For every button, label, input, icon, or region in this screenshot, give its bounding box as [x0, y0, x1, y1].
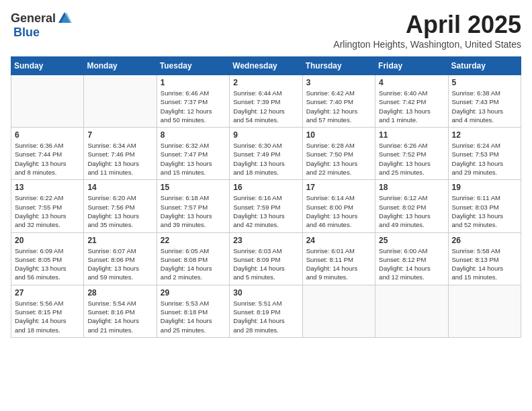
- calendar-cell: 11Sunrise: 6:26 AM Sunset: 7:52 PM Dayli…: [375, 128, 448, 180]
- day-info: Sunrise: 6:09 AM Sunset: 8:05 PM Dayligh…: [15, 246, 80, 282]
- day-number: 28: [87, 288, 152, 298]
- logo-icon: [57, 11, 72, 26]
- title-section: April 2025 Arlington Heights, Washington…: [333, 11, 521, 50]
- day-info: Sunrise: 6:28 AM Sunset: 7:50 PM Dayligh…: [306, 141, 371, 177]
- weekday-header-friday: Friday: [375, 57, 448, 75]
- calendar-cell: 6Sunrise: 6:36 AM Sunset: 7:44 PM Daylig…: [11, 128, 84, 180]
- day-info: Sunrise: 6:18 AM Sunset: 7:57 PM Dayligh…: [161, 193, 226, 229]
- calendar-header-row: SundayMondayTuesdayWednesdayThursdayFrid…: [11, 57, 521, 75]
- calendar-cell: [375, 285, 448, 337]
- calendar-cell: 4Sunrise: 6:40 AM Sunset: 7:42 PM Daylig…: [375, 75, 448, 128]
- day-info: Sunrise: 6:14 AM Sunset: 8:00 PM Dayligh…: [306, 193, 371, 229]
- calendar-week-row: 13Sunrise: 6:22 AM Sunset: 7:55 PM Dayli…: [11, 180, 521, 232]
- calendar-cell: 30Sunrise: 5:51 AM Sunset: 8:19 PM Dayli…: [230, 285, 302, 337]
- day-info: Sunrise: 6:12 AM Sunset: 8:02 PM Dayligh…: [379, 193, 444, 229]
- calendar-cell: 16Sunrise: 6:16 AM Sunset: 7:59 PM Dayli…: [230, 180, 302, 232]
- day-number: 12: [452, 130, 517, 140]
- logo: General Blue: [11, 11, 72, 40]
- day-number: 18: [379, 183, 444, 192]
- calendar-cell: 19Sunrise: 6:11 AM Sunset: 8:03 PM Dayli…: [448, 180, 521, 232]
- day-number: 3: [306, 78, 371, 87]
- calendar-cell: 2Sunrise: 6:44 AM Sunset: 7:39 PM Daylig…: [230, 75, 302, 128]
- day-number: 1: [161, 78, 226, 87]
- calendar-cell: 22Sunrise: 6:05 AM Sunset: 8:08 PM Dayli…: [157, 232, 229, 285]
- calendar-cell: 12Sunrise: 6:24 AM Sunset: 7:53 PM Dayli…: [448, 128, 521, 180]
- day-number: 16: [233, 183, 298, 192]
- day-number: 2: [233, 78, 298, 87]
- day-number: 11: [379, 130, 444, 140]
- calendar-cell: 3Sunrise: 6:42 AM Sunset: 7:40 PM Daylig…: [302, 75, 375, 128]
- day-info: Sunrise: 5:56 AM Sunset: 8:15 PM Dayligh…: [15, 299, 80, 334]
- day-number: 5: [452, 78, 517, 87]
- logo-general-text: General: [11, 11, 56, 26]
- day-info: Sunrise: 5:51 AM Sunset: 8:19 PM Dayligh…: [233, 299, 298, 334]
- day-info: Sunrise: 6:03 AM Sunset: 8:09 PM Dayligh…: [233, 246, 298, 282]
- calendar-cell: 13Sunrise: 6:22 AM Sunset: 7:55 PM Dayli…: [11, 180, 84, 232]
- day-number: 29: [161, 288, 226, 298]
- day-info: Sunrise: 6:07 AM Sunset: 8:06 PM Dayligh…: [87, 246, 152, 282]
- day-number: 13: [15, 183, 80, 192]
- day-number: 19: [452, 183, 517, 192]
- calendar-cell: 14Sunrise: 6:20 AM Sunset: 7:56 PM Dayli…: [84, 180, 157, 232]
- weekday-header-wednesday: Wednesday: [230, 57, 302, 75]
- day-info: Sunrise: 6:01 AM Sunset: 8:11 PM Dayligh…: [306, 246, 371, 282]
- location-title: Arlington Heights, Washington, United St…: [333, 39, 521, 50]
- day-number: 14: [87, 183, 152, 192]
- day-number: 10: [306, 130, 371, 140]
- day-number: 21: [87, 236, 152, 245]
- day-info: Sunrise: 6:32 AM Sunset: 7:47 PM Dayligh…: [161, 141, 226, 177]
- day-number: 9: [233, 130, 298, 140]
- day-info: Sunrise: 6:40 AM Sunset: 7:42 PM Dayligh…: [379, 89, 444, 124]
- weekday-header-sunday: Sunday: [11, 57, 84, 75]
- calendar-cell: [448, 285, 521, 337]
- day-info: Sunrise: 6:05 AM Sunset: 8:08 PM Dayligh…: [161, 246, 226, 282]
- day-info: Sunrise: 6:36 AM Sunset: 7:44 PM Dayligh…: [15, 141, 80, 177]
- calendar-cell: 17Sunrise: 6:14 AM Sunset: 8:00 PM Dayli…: [302, 180, 375, 232]
- calendar-cell: 8Sunrise: 6:32 AM Sunset: 7:47 PM Daylig…: [157, 128, 229, 180]
- calendar-week-row: 27Sunrise: 5:56 AM Sunset: 8:15 PM Dayli…: [11, 285, 521, 337]
- calendar-cell: 23Sunrise: 6:03 AM Sunset: 8:09 PM Dayli…: [230, 232, 302, 285]
- calendar-cell: 15Sunrise: 6:18 AM Sunset: 7:57 PM Dayli…: [157, 180, 229, 232]
- day-info: Sunrise: 5:53 AM Sunset: 8:18 PM Dayligh…: [161, 299, 226, 334]
- calendar-cell: 9Sunrise: 6:30 AM Sunset: 7:49 PM Daylig…: [230, 128, 302, 180]
- calendar-week-row: 20Sunrise: 6:09 AM Sunset: 8:05 PM Dayli…: [11, 232, 521, 285]
- day-number: 24: [306, 236, 371, 245]
- day-number: 8: [161, 130, 226, 140]
- calendar-cell: 18Sunrise: 6:12 AM Sunset: 8:02 PM Dayli…: [375, 180, 448, 232]
- day-info: Sunrise: 6:20 AM Sunset: 7:56 PM Dayligh…: [87, 193, 152, 229]
- day-number: 25: [379, 236, 444, 245]
- day-number: 20: [15, 236, 80, 245]
- day-number: 26: [452, 236, 517, 245]
- calendar-cell: 28Sunrise: 5:54 AM Sunset: 8:16 PM Dayli…: [84, 285, 157, 337]
- day-info: Sunrise: 6:42 AM Sunset: 7:40 PM Dayligh…: [306, 89, 371, 124]
- calendar-cell: 7Sunrise: 6:34 AM Sunset: 7:46 PM Daylig…: [84, 128, 157, 180]
- calendar-cell: [84, 75, 157, 128]
- calendar-cell: 21Sunrise: 6:07 AM Sunset: 8:06 PM Dayli…: [84, 232, 157, 285]
- day-info: Sunrise: 6:22 AM Sunset: 7:55 PM Dayligh…: [15, 193, 80, 229]
- calendar-cell: 26Sunrise: 5:58 AM Sunset: 8:13 PM Dayli…: [448, 232, 521, 285]
- weekday-header-saturday: Saturday: [448, 57, 521, 75]
- month-title: April 2025: [333, 11, 521, 39]
- page-header: General Blue April 2025 Arlington Height…: [11, 11, 521, 50]
- calendar-cell: 5Sunrise: 6:38 AM Sunset: 7:43 PM Daylig…: [448, 75, 521, 128]
- day-info: Sunrise: 6:46 AM Sunset: 7:37 PM Dayligh…: [161, 89, 226, 124]
- calendar-cell: [11, 75, 84, 128]
- calendar-cell: 25Sunrise: 6:00 AM Sunset: 8:12 PM Dayli…: [375, 232, 448, 285]
- calendar-cell: 1Sunrise: 6:46 AM Sunset: 7:37 PM Daylig…: [157, 75, 229, 128]
- calendar-cell: 27Sunrise: 5:56 AM Sunset: 8:15 PM Dayli…: [11, 285, 84, 337]
- day-info: Sunrise: 6:30 AM Sunset: 7:49 PM Dayligh…: [233, 141, 298, 177]
- day-info: Sunrise: 6:00 AM Sunset: 8:12 PM Dayligh…: [379, 246, 444, 282]
- day-number: 15: [161, 183, 226, 192]
- weekday-header-tuesday: Tuesday: [157, 57, 229, 75]
- day-number: 23: [233, 236, 298, 245]
- calendar-table: SundayMondayTuesdayWednesdayThursdayFrid…: [11, 56, 521, 338]
- day-number: 30: [233, 288, 298, 298]
- day-info: Sunrise: 6:24 AM Sunset: 7:53 PM Dayligh…: [452, 141, 517, 177]
- day-info: Sunrise: 6:34 AM Sunset: 7:46 PM Dayligh…: [87, 141, 152, 177]
- day-number: 7: [87, 130, 152, 140]
- calendar-week-row: 6Sunrise: 6:36 AM Sunset: 7:44 PM Daylig…: [11, 128, 521, 180]
- calendar-cell: [302, 285, 375, 337]
- calendar-week-row: 1Sunrise: 6:46 AM Sunset: 7:37 PM Daylig…: [11, 75, 521, 128]
- day-info: Sunrise: 6:38 AM Sunset: 7:43 PM Dayligh…: [452, 89, 517, 124]
- calendar-cell: 24Sunrise: 6:01 AM Sunset: 8:11 PM Dayli…: [302, 232, 375, 285]
